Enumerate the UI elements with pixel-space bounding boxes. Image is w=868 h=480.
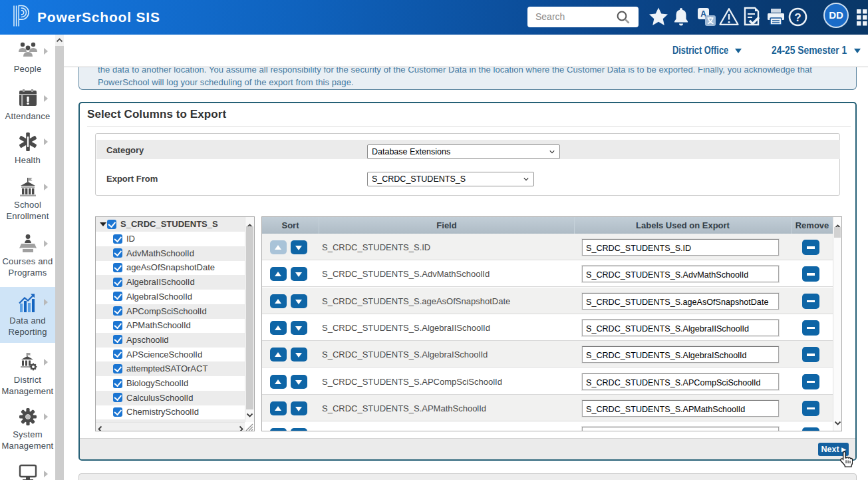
- svg-text:?: ?: [794, 11, 801, 24]
